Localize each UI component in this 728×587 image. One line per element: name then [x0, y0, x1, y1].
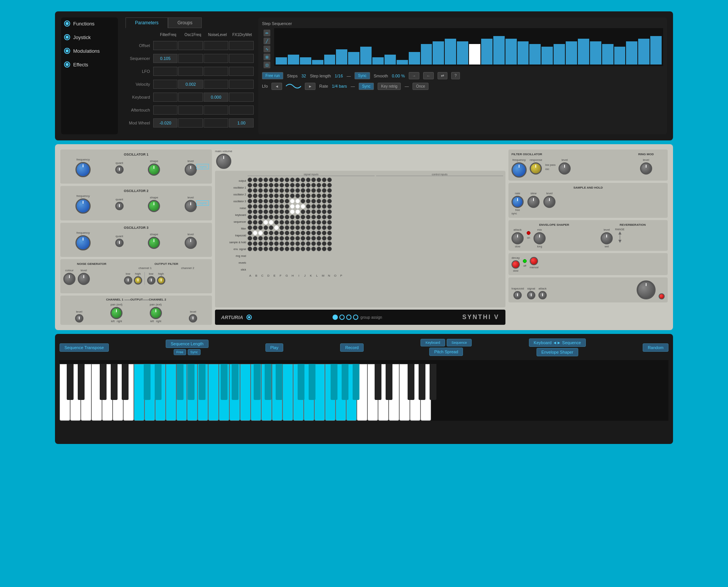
matrix-dot-11-14[interactable]: [322, 236, 326, 241]
osc1-sync-btn[interactable]: ↑sync: [196, 164, 209, 169]
matrix-dot-1-12[interactable]: [311, 183, 316, 187]
cell-seq-3[interactable]: [229, 54, 254, 63]
cell-seq-2[interactable]: [204, 54, 228, 63]
matrix-dot-6-2[interactable]: [258, 209, 263, 214]
matrix-dot-8-10[interactable]: [301, 220, 305, 225]
signal-knob[interactable]: [527, 291, 535, 299]
matrix-dot-9-3[interactable]: [264, 225, 268, 230]
matrix-dot-7-6[interactable]: [279, 215, 284, 219]
of-low2-knob[interactable]: [147, 276, 155, 285]
ch-pan1-knob[interactable]: [110, 307, 122, 319]
lfo-prev-btn[interactable]: ◄: [271, 83, 282, 90]
functions-power-icon[interactable]: [64, 20, 70, 27]
matrix-dot-11-13[interactable]: [317, 236, 321, 241]
matrix-dot-11-1[interactable]: [253, 236, 257, 241]
matrix-dot-7-5[interactable]: [274, 215, 279, 219]
matrix-dot-12-11[interactable]: [306, 241, 311, 246]
matrix-dot-6-8[interactable]: [290, 209, 295, 214]
step-bar-4[interactable]: [324, 55, 336, 65]
matrix-dot-9-12[interactable]: [311, 225, 316, 230]
matrix-dot-7-7[interactable]: [285, 215, 289, 219]
matrix-dot-6-0[interactable]: [248, 209, 252, 214]
cell-kb-3[interactable]: [229, 93, 254, 102]
matrix-dot-2-0[interactable]: [248, 188, 252, 193]
matrix-dot-11-11[interactable]: [306, 236, 311, 241]
cell-vel-0[interactable]: [153, 80, 178, 89]
of-high2-knob[interactable]: [157, 276, 165, 285]
matrix-dot-2-13[interactable]: [317, 188, 321, 193]
matrix-dot-7-11[interactable]: [306, 215, 311, 219]
black-key-3-4[interactable]: [342, 364, 348, 400]
matrix-dot-0-15[interactable]: [327, 178, 332, 182]
matrix-dot-13-6[interactable]: [279, 247, 284, 251]
matrix-dot-0-6[interactable]: [279, 178, 284, 182]
matrix-dot-2-1[interactable]: [253, 188, 257, 193]
matrix-dot-10-1[interactable]: [253, 231, 257, 235]
matrix-dot-9-1[interactable]: [253, 225, 257, 230]
step-bar-30[interactable]: [638, 39, 650, 65]
cell-mw-1[interactable]: [178, 118, 203, 127]
matrix-dot-13-2[interactable]: [258, 247, 263, 251]
play-btn[interactable]: Play: [265, 343, 283, 352]
cell-mw-3[interactable]: 1.00: [229, 118, 254, 127]
matrix-dot-6-11[interactable]: [306, 209, 311, 214]
black-key-2-3[interactable]: [254, 364, 260, 400]
cell-lfo-3[interactable]: [229, 67, 254, 76]
matrix-dot-8-5[interactable]: [274, 220, 279, 225]
of-high1-knob[interactable]: [134, 276, 142, 285]
sync-btn[interactable]: Sync: [188, 349, 201, 355]
matrix-dot-12-0[interactable]: [248, 241, 252, 246]
matrix-dot-10-7[interactable]: [285, 231, 289, 235]
matrix-dot-3-8[interactable]: [290, 194, 295, 198]
osc2-level-knob[interactable]: [185, 200, 197, 212]
trapezoid-knob[interactable]: [513, 291, 522, 299]
matrix-dot-5-2[interactable]: [258, 204, 263, 209]
matrix-dot-11-3[interactable]: [264, 236, 268, 241]
matrix-dot-8-13[interactable]: [317, 220, 321, 225]
ch-level2-knob[interactable]: [189, 314, 197, 323]
step-bar-29[interactable]: [626, 41, 637, 65]
matrix-dot-12-15[interactable]: [327, 241, 332, 246]
matrix-dot-5-3[interactable]: [264, 204, 268, 209]
osc3-level-knob[interactable]: [185, 237, 197, 249]
matrix-dot-12-4[interactable]: [269, 241, 273, 246]
matrix-dot-12-14[interactable]: [322, 241, 326, 246]
matrix-dot-6-4[interactable]: [269, 209, 273, 214]
step-bar-16[interactable]: [469, 44, 480, 65]
matrix-dot-3-9[interactable]: [295, 194, 300, 198]
matrix-dot-11-5[interactable]: [274, 236, 279, 241]
black-key-1-0[interactable]: [144, 364, 151, 400]
osc3-shape-knob[interactable]: [148, 237, 160, 249]
white-key-2-3[interactable]: [240, 364, 251, 421]
matrix-dot-11-2[interactable]: [258, 236, 263, 241]
osc2-freq-knob[interactable]: [75, 198, 91, 214]
matrix-dot-4-2[interactable]: [258, 199, 263, 203]
matrix-dot-4-1[interactable]: [253, 199, 257, 203]
matrix-dot-3-13[interactable]: [317, 194, 321, 198]
step-bar-7[interactable]: [360, 47, 372, 65]
sh-slew-knob[interactable]: [527, 196, 540, 208]
matrix-dot-9-15[interactable]: [327, 225, 332, 230]
black-key-1-1[interactable]: [155, 364, 162, 400]
joystick-power-icon[interactable]: [64, 34, 70, 40]
cell-kb-0[interactable]: [153, 93, 178, 102]
cell-lfo-0[interactable]: [153, 67, 178, 76]
cell-at-1[interactable]: [178, 105, 203, 115]
matrix-dot-1-6[interactable]: [279, 183, 284, 187]
matrix-dot-12-6[interactable]: [279, 241, 284, 246]
matrix-dot-4-6[interactable]: [279, 199, 284, 203]
matrix-dot-3-12[interactable]: [311, 194, 316, 198]
matrix-dot-1-3[interactable]: [264, 183, 268, 187]
matrix-dot-1-2[interactable]: [258, 183, 263, 187]
step-bar-21[interactable]: [529, 44, 541, 65]
matrix-dot-12-5[interactable]: [274, 241, 279, 246]
matrix-dot-3-15[interactable]: [327, 194, 332, 198]
matrix-dot-5-11[interactable]: [306, 204, 311, 209]
cell-at-2[interactable]: [204, 105, 228, 115]
matrix-dot-8-0[interactable]: [248, 220, 252, 225]
matrix-dot-13-12[interactable]: [311, 247, 316, 251]
black-key-2-5[interactable]: [276, 364, 282, 400]
matrix-dot-4-9[interactable]: [295, 199, 300, 203]
matrix-dot-7-12[interactable]: [311, 215, 316, 219]
matrix-dot-12-8[interactable]: [290, 241, 295, 246]
